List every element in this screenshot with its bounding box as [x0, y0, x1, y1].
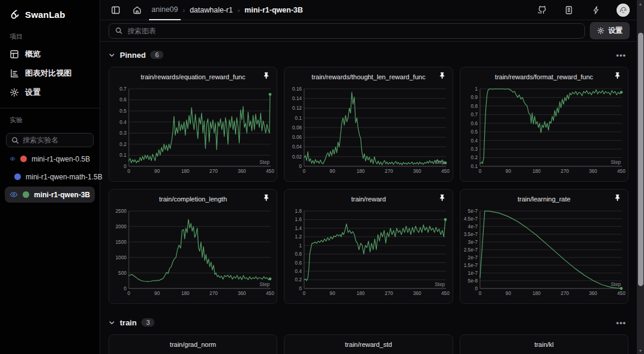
pin-icon[interactable]: [614, 193, 623, 203]
visibility-eye-icon[interactable]: [10, 154, 16, 163]
breadcrumb-separator: ›: [183, 7, 185, 14]
breadcrumb-project[interactable]: datawhale-r1: [190, 0, 233, 20]
topbar-actions: [534, 3, 630, 17]
breadcrumb: anine09 › datawhale-r1 › mini-r1-qwen-3B: [151, 0, 303, 20]
breadcrumb-experiment[interactable]: mini-r1-qwen-3B: [244, 0, 303, 20]
chart-card[interactable]: train/reward_std0.7090180270360450Step: [284, 334, 453, 354]
svg-text:270: 270: [561, 291, 569, 296]
svg-text:0.1: 0.1: [295, 116, 302, 121]
svg-text:0.2: 0.2: [295, 277, 302, 282]
visibility-eye-icon[interactable]: [10, 190, 18, 199]
svg-text:0.14: 0.14: [292, 96, 302, 101]
svg-text:2500: 2500: [116, 209, 127, 214]
gear-icon: [10, 88, 19, 97]
section-menu-icon[interactable]: •••: [614, 51, 628, 60]
chevron-down-icon[interactable]: [109, 319, 115, 326]
pin-icon[interactable]: [262, 193, 272, 203]
svg-text:1: 1: [299, 243, 302, 249]
line-chart-plot: 00.020.040.060.080.10.120.140.1609018027…: [284, 84, 453, 179]
sidebar-item-label: 图表对比视图: [25, 68, 72, 79]
svg-text:450: 450: [617, 291, 626, 296]
scroll-down-icon[interactable]: ▼: [637, 347, 644, 354]
app-title: SwanLab: [25, 10, 65, 20]
overview-grid-icon: [10, 49, 19, 59]
chart-card[interactable]: train/completion_length05001000150020002…: [109, 189, 277, 304]
pin-icon[interactable]: [262, 71, 272, 80]
sidebar-toggle-icon[interactable]: [109, 3, 123, 17]
lightning-icon[interactable]: [589, 3, 603, 17]
svg-text:270: 270: [385, 291, 394, 296]
svg-text:0.2: 0.2: [120, 142, 127, 147]
breadcrumb-user[interactable]: anine09: [149, 0, 181, 20]
chart-card[interactable]: train/rewards/thought_len_reward_func00.…: [284, 67, 453, 182]
section-title: train: [120, 318, 137, 327]
pin-icon[interactable]: [614, 71, 623, 80]
line-chart-plot: 0.7090180270360450Step: [284, 352, 453, 354]
svg-text:450: 450: [441, 169, 450, 174]
svg-text:360: 360: [413, 169, 422, 174]
avatar[interactable]: [617, 4, 630, 17]
svg-text:1.8: 1.8: [295, 209, 302, 214]
chart-title: train/learning_rate: [460, 190, 628, 206]
chart-card[interactable]: train/kl3090180270360450Step: [460, 334, 628, 354]
svg-text:1.2: 1.2: [295, 234, 302, 240]
svg-text:270: 270: [209, 169, 218, 174]
line-chart-plot: 0.10.20.30.40.50.60.70.80.91090180270360…: [460, 84, 628, 179]
svg-text:90: 90: [330, 169, 336, 174]
scrollbar-thumb[interactable]: [638, 33, 643, 286]
svg-text:90: 90: [506, 169, 512, 174]
chart-title: train/reward: [284, 190, 452, 206]
svg-text:270: 270: [209, 291, 218, 296]
experiment-name: mini-r1-qwen-3B: [34, 191, 90, 199]
experiment-row[interactable]: mini-r1-qwen-3B: [5, 187, 95, 203]
svg-text:0.04: 0.04: [292, 144, 302, 150]
chart-card[interactable]: train/rewards/format_reward_func0.10.20.…: [460, 67, 628, 182]
svg-text:Step: Step: [611, 160, 621, 165]
logo[interactable]: SwanLab: [0, 5, 100, 26]
chart-card[interactable]: train/grad_norm4090180270360450Step: [109, 334, 277, 354]
svg-text:0: 0: [123, 164, 126, 169]
breadcrumb-separator: ›: [237, 7, 240, 14]
sidebar-item-chart-compare[interactable]: 图表对比视图: [0, 64, 100, 83]
chart-card[interactable]: train/rewards/equation_reward_func00.10.…: [109, 67, 277, 182]
chart-title: train/grad_norm: [109, 335, 277, 352]
sidebar-item-settings[interactable]: 设置: [0, 83, 100, 102]
svg-text:3e-7: 3e-7: [467, 240, 478, 245]
scroll-up-icon[interactable]: ▲: [637, 0, 644, 7]
chart-card[interactable]: train/reward00.20.40.60.811.21.41.61.809…: [284, 189, 453, 304]
vertical-scrollbar[interactable]: ▲ ▼: [637, 0, 644, 354]
chart-card[interactable]: train/learning_rate05e-81e-71.5e-72e-72.…: [460, 189, 628, 304]
svg-text:1.6: 1.6: [295, 217, 302, 222]
svg-text:0.06: 0.06: [292, 135, 302, 140]
section-menu-icon[interactable]: •••: [614, 318, 628, 327]
home-icon[interactable]: [130, 3, 144, 17]
chart-search[interactable]: [109, 23, 585, 39]
search-icon: [115, 27, 123, 35]
chart-search-input[interactable]: [128, 27, 578, 35]
svg-text:0.02: 0.02: [292, 154, 302, 160]
experiment-row[interactable]: mini-r1-qwen-0.5B: [5, 151, 95, 167]
sidebar-item-label: 概览: [25, 49, 41, 60]
svg-text:0.3: 0.3: [470, 147, 478, 152]
svg-text:90: 90: [154, 291, 160, 296]
train-charts-grid: train/grad_norm4090180270360450Steptrain…: [109, 334, 628, 354]
svg-text:0.08: 0.08: [292, 125, 302, 131]
github-icon[interactable]: [534, 3, 549, 17]
pin-icon[interactable]: [438, 71, 448, 80]
experiment-search[interactable]: [6, 133, 94, 147]
experiment-row[interactable]: mini-r1-qwen-math-1.5B: [5, 169, 95, 185]
svg-text:5e-7: 5e-7: [467, 209, 478, 214]
section-count-badge: 3: [141, 318, 154, 327]
settings-button[interactable]: 设置: [590, 22, 630, 39]
svg-text:180: 180: [532, 291, 541, 296]
svg-text:90: 90: [506, 291, 512, 296]
svg-text:450: 450: [617, 169, 626, 174]
pin-icon[interactable]: [438, 193, 448, 203]
experiment-search-input[interactable]: [23, 136, 88, 144]
svg-text:0: 0: [123, 286, 126, 291]
sidebar-item-overview[interactable]: 概览: [0, 45, 100, 64]
logs-icon[interactable]: [562, 3, 576, 17]
svg-text:0.16: 0.16: [292, 86, 302, 92]
chevron-down-icon[interactable]: [109, 52, 115, 58]
line-chart-plot: 3090180270360450Step: [460, 352, 628, 354]
